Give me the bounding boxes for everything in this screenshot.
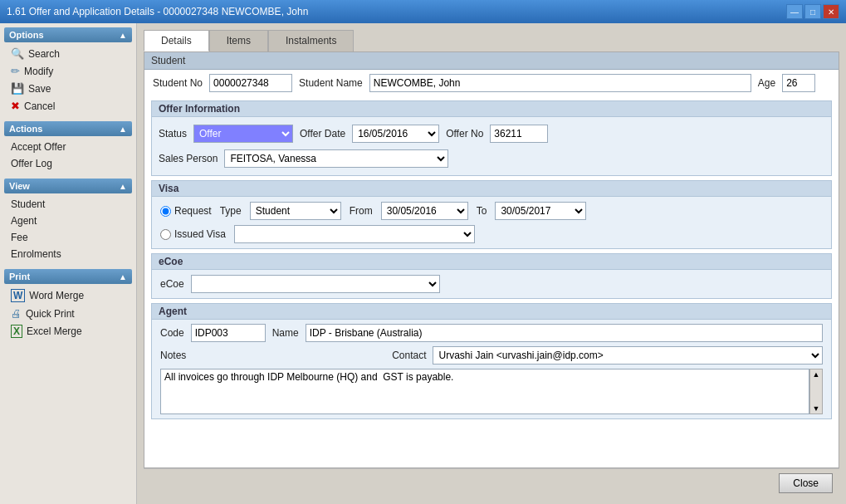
visa-to-select[interactable]: 30/05/2017 [495, 202, 586, 220]
sidebar-item-offer-log[interactable]: Offer Log [4, 155, 132, 172]
visa-section: Visa Request Type Student From 30/ [151, 180, 832, 249]
agent-name-field[interactable] [306, 324, 823, 342]
content-area: Details Items Instalments Student Studen… [137, 23, 846, 504]
student-row: Student No Student Name Age [144, 70, 839, 96]
age-label: Age [758, 77, 775, 89]
sidebar-item-save[interactable]: 💾 Save [4, 80, 132, 97]
tab-bar: Details Items Instalments [144, 30, 839, 51]
agent-contact-select[interactable]: Urvashi Jain <urvashi.jain@idp.com> [433, 346, 823, 365]
visa-request-radio[interactable] [160, 206, 171, 217]
ecoe-select[interactable] [191, 275, 440, 293]
visa-row2: Issued Visa [160, 225, 823, 243]
modify-icon: ✏ [11, 65, 20, 77]
sidebar-item-modify[interactable]: ✏ Modify [4, 62, 132, 80]
actions-arrow: ▲ [119, 125, 127, 134]
student-view-label: Student [11, 198, 45, 210]
modify-label: Modify [24, 66, 53, 77]
visa-issued-radio-item: Issued Visa [160, 228, 226, 240]
sales-person-select[interactable]: FEITOSA, Vanessa [224, 149, 448, 168]
agent-notes-textarea[interactable]: All invoices go through IDP Melbourne (H… [160, 369, 809, 414]
agent-view-label: Agent [11, 215, 37, 227]
word-merge-icon: W [11, 289, 25, 302]
visa-content: Request Type Student From 30/05/2016 To … [152, 197, 831, 248]
bottom-bar: Close [144, 468, 839, 497]
close-button[interactable]: Close [779, 473, 833, 493]
tab-items[interactable]: Items [209, 30, 268, 51]
main-container: Options ▲ 🔍 Search ✏ Modify 💾 Save ✖ Can… [0, 23, 846, 504]
scroll-up-arrow[interactable]: ▲ [813, 370, 820, 379]
actions-header[interactable]: Actions ▲ [4, 121, 132, 136]
sales-person-label: Sales Person [159, 153, 218, 164]
offer-no-field[interactable] [490, 125, 548, 143]
options-arrow: ▲ [119, 31, 127, 40]
offer-info-section: Offer Information Status Offer Offer Dat… [151, 100, 832, 176]
offer-log-label: Offer Log [11, 158, 52, 169]
sidebar-item-enrolments[interactable]: Enrolments [4, 246, 132, 262]
view-arrow: ▲ [119, 182, 127, 191]
options-header[interactable]: Options ▲ [4, 27, 132, 42]
offer-status-row: Status Offer Offer Date 16/05/2016 Offer… [159, 121, 824, 146]
tab-details[interactable]: Details [144, 30, 209, 51]
sidebar-item-student[interactable]: Student [4, 196, 132, 213]
scroll-down-arrow[interactable]: ▼ [813, 404, 820, 413]
sidebar-item-fee[interactable]: Fee [4, 229, 132, 246]
save-label: Save [28, 83, 51, 95]
visa-from-select[interactable]: 30/05/2016 [381, 202, 468, 220]
sidebar-item-word-merge[interactable]: W Word Merge [4, 286, 132, 305]
agent-content: Code Name Notes Contact Urvashi Jain <ur… [152, 320, 831, 418]
search-label: Search [28, 48, 60, 60]
sales-person-row: Sales Person FEITOSA, Vanessa [159, 146, 824, 171]
student-name-label: Student Name [299, 77, 363, 89]
agent-contact-label: Contact [392, 350, 426, 361]
visa-row1: Request Type Student From 30/05/2016 To … [160, 202, 823, 220]
student-no-field[interactable] [209, 74, 292, 92]
agent-code-label: Code [160, 327, 184, 339]
offer-date-select[interactable]: 16/05/2016 [352, 125, 439, 143]
visa-issued-label: Issued Visa [174, 228, 226, 240]
visa-request-radio-item: Request [160, 205, 212, 217]
sidebar-item-search[interactable]: 🔍 Search [4, 45, 132, 62]
maximize-button[interactable]: □ [804, 4, 821, 19]
excel-merge-icon: X [11, 325, 22, 338]
notes-scrollbar[interactable]: ▲ ▼ [809, 369, 823, 414]
agent-code-field[interactable] [191, 324, 266, 342]
options-section: 🔍 Search ✏ Modify 💾 Save ✖ Cancel [4, 45, 132, 115]
view-header[interactable]: View ▲ [4, 179, 132, 193]
ecoe-label: eCoe [160, 278, 184, 290]
window-close-button[interactable]: ✕ [823, 4, 839, 19]
fee-view-label: Fee [11, 232, 28, 243]
sidebar-item-excel-merge[interactable]: X Excel Merge [4, 322, 132, 340]
offer-date-label: Offer Date [300, 128, 345, 139]
visa-issued-select[interactable] [234, 225, 475, 243]
quick-print-label: Quick Print [26, 308, 75, 320]
sidebar-item-accept-offer[interactable]: Accept Offer [4, 139, 132, 155]
agent-title: Agent [152, 304, 831, 320]
word-merge-label: Word Merge [29, 290, 84, 301]
tab-instalments[interactable]: Instalments [268, 30, 354, 51]
minimize-button[interactable]: — [786, 4, 803, 19]
agent-section: Agent Code Name Notes Contact Urvashi Ja… [151, 303, 832, 419]
print-header[interactable]: Print ▲ [4, 269, 132, 284]
save-icon: 💾 [11, 82, 24, 95]
visa-request-label: Request [174, 205, 212, 217]
sidebar-item-cancel[interactable]: ✖ Cancel [4, 97, 132, 115]
ecoe-content: eCoe [152, 270, 831, 298]
sidebar-item-quick-print[interactable]: 🖨 Quick Print [4, 305, 132, 322]
cancel-icon: ✖ [11, 100, 20, 112]
print-arrow: ▲ [119, 272, 127, 281]
student-name-field[interactable] [369, 74, 751, 92]
age-field[interactable] [782, 74, 815, 92]
view-section: Student Agent Fee Enrolments [4, 196, 132, 262]
status-label: Status [159, 128, 187, 139]
visa-to-label: To [477, 205, 487, 217]
sidebar-item-agent[interactable]: Agent [4, 213, 132, 229]
agent-contact-row: Notes Contact Urvashi Jain <urvashi.jain… [160, 346, 823, 365]
sidebar: Options ▲ 🔍 Search ✏ Modify 💾 Save ✖ Can… [0, 23, 137, 504]
visa-type-select[interactable]: Student [250, 202, 341, 220]
ecoe-section: eCoe eCoe [151, 253, 832, 299]
print-label: Print [9, 272, 30, 281]
status-select[interactable]: Offer [193, 125, 293, 143]
visa-title: Visa [152, 181, 831, 197]
quick-print-icon: 🖨 [11, 307, 22, 320]
visa-issued-radio[interactable] [160, 229, 171, 240]
